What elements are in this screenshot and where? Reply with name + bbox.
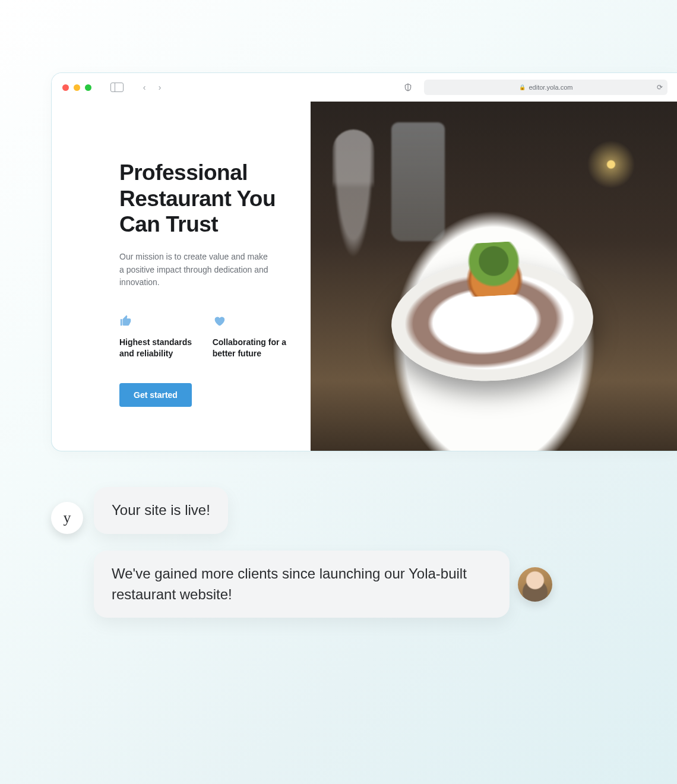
yola-avatar: y	[51, 502, 83, 534]
feature-standards: Highest standards and reliability	[119, 314, 196, 359]
hero-mission: Our mission is to create value and make …	[119, 251, 274, 289]
feature-collab-label: Collaborating for a better future	[213, 337, 287, 359]
thumbs-up-icon	[119, 314, 196, 327]
live-message-bubble: Your site is live!	[94, 487, 228, 534]
feature-standards-label: Highest standards and reliability	[119, 337, 196, 359]
nav-back-button[interactable]: ‹	[139, 82, 150, 93]
water-glass-decor	[391, 122, 445, 241]
traffic-lights	[62, 84, 91, 91]
address-url: editor.yola.com	[529, 84, 573, 91]
window-close-button[interactable]	[62, 84, 69, 91]
hero-headline: Professional Restaurant You Can Trust	[119, 160, 287, 238]
nav-forward-button[interactable]: ›	[154, 82, 165, 93]
customer-avatar	[518, 567, 552, 602]
hero-image	[311, 102, 677, 451]
chat-row-yola: y Your site is live!	[51, 487, 626, 534]
lock-icon: 🔒	[519, 84, 526, 90]
sidebar-toggle-icon[interactable]	[110, 83, 124, 92]
yola-avatar-glyph: y	[64, 509, 71, 527]
hero-left: Professional Restaurant You Can Trust Ou…	[52, 102, 311, 451]
reload-icon[interactable]: ⟳	[657, 83, 663, 91]
wine-glass-decor	[333, 129, 374, 260]
page-content: Professional Restaurant You Can Trust Ou…	[52, 102, 677, 451]
get-started-button[interactable]: Get started	[119, 383, 192, 407]
chat-area: y Your site is live! We've gained more c…	[51, 487, 626, 618]
heart-icon	[213, 314, 287, 327]
browser-window: ‹ › 🔒 editor.yola.com ⟳ Professional Res…	[51, 72, 677, 451]
nav-arrows: ‹ ›	[139, 82, 165, 93]
browser-chrome: ‹ › 🔒 editor.yola.com ⟳	[52, 73, 677, 102]
food-decor	[448, 240, 540, 298]
address-bar[interactable]: 🔒 editor.yola.com ⟳	[424, 80, 667, 95]
window-zoom-button[interactable]	[85, 84, 91, 91]
chat-row-testimonial: We've gained more clients since launchin…	[94, 551, 626, 618]
feature-collab: Collaborating for a better future	[213, 314, 287, 359]
privacy-shield-icon[interactable]	[404, 83, 412, 92]
window-minimize-button[interactable]	[74, 84, 80, 91]
testimonial-bubble: We've gained more clients since launchin…	[94, 551, 510, 618]
hero-features: Highest standards and reliability Collab…	[119, 314, 287, 359]
